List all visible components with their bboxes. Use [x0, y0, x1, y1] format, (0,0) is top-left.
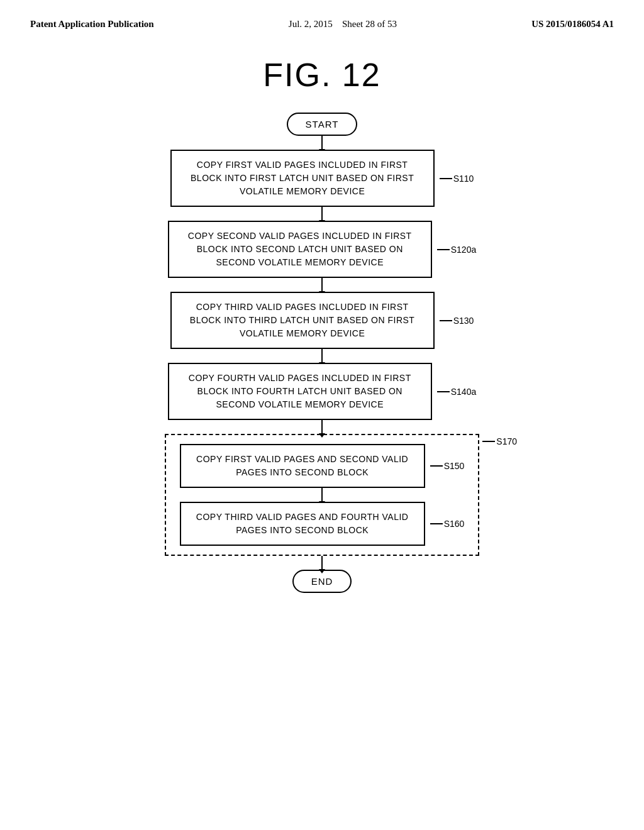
step-s130-row: COPY THIRD VALID PAGES INCLUDED IN FIRST… [170, 292, 474, 349]
dashed-inner: COPY FIRST VALID PAGES AND SECOND VALID … [166, 435, 478, 555]
step-s160-row: COPY THIRD VALID PAGES AND FOURTH VALID … [180, 502, 465, 546]
process-s140a: COPY FOURTH VALID PAGES INCLUDED IN FIRS… [168, 363, 432, 420]
label-s160: S160 [430, 519, 465, 529]
process-s150: COPY FIRST VALID PAGES AND SECOND VALID … [180, 444, 425, 488]
label-s110: S110 [440, 174, 474, 184]
start-oval: START [287, 113, 358, 136]
arrow-s140a-group [321, 420, 323, 434]
step-s150-row: COPY FIRST VALID PAGES AND SECOND VALID … [180, 444, 465, 488]
label-s130: S130 [440, 316, 474, 326]
label-s140a: S140a [437, 387, 476, 397]
header-patent-number: US 2015/0186054 A1 [531, 18, 614, 31]
header-date-sheet: Jul. 2, 2015 Sheet 28 of 53 [289, 18, 397, 31]
process-s160: COPY THIRD VALID PAGES AND FOURTH VALID … [180, 502, 425, 546]
page-header: Patent Application Publication Jul. 2, 2… [0, 0, 644, 31]
step-s120a-row: COPY SECOND VALID PAGES INCLUDED IN FIRS… [168, 221, 476, 278]
arrow-group-end [321, 556, 323, 570]
process-s130: COPY THIRD VALID PAGES INCLUDED IN FIRST… [170, 292, 435, 349]
arrow-s110-s120a [321, 207, 323, 221]
arrow-start-s110 [321, 136, 323, 150]
header-publication: Patent Application Publication [30, 18, 154, 31]
step-s140a-row: COPY FOURTH VALID PAGES INCLUDED IN FIRS… [168, 363, 476, 420]
process-s110: COPY FIRST VALID PAGES INCLUDED IN FIRST… [170, 150, 435, 207]
label-s150: S150 [430, 461, 465, 471]
arrow-s150-s160 [321, 488, 323, 502]
step-s110-row: COPY FIRST VALID PAGES INCLUDED IN FIRST… [170, 150, 474, 207]
dashed-group: COPY FIRST VALID PAGES AND SECOND VALID … [165, 434, 479, 556]
arrow-s130-s140a [321, 349, 323, 363]
process-s120a: COPY SECOND VALID PAGES INCLUDED IN FIRS… [168, 221, 432, 278]
figure-title: FIG. 12 [0, 56, 644, 94]
label-s120a: S120a [437, 245, 476, 255]
flowchart-diagram: START COPY FIRST VALID PAGES INCLUDED IN… [0, 113, 644, 593]
dashed-group-container: COPY FIRST VALID PAGES AND SECOND VALID … [165, 434, 479, 556]
arrow-s120a-s130 [321, 278, 323, 292]
label-s170: S170 [482, 436, 517, 446]
